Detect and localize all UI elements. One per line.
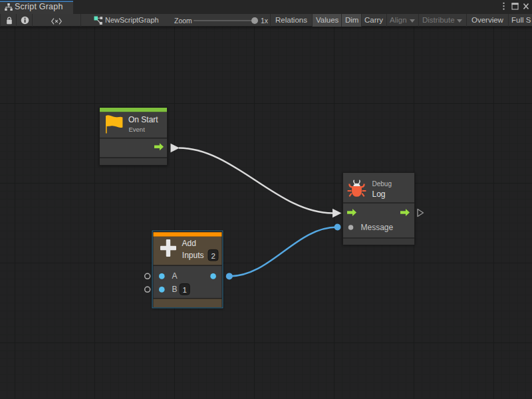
svg-text:1: 1 <box>183 286 187 294</box>
svg-text:Event: Event <box>129 126 146 133</box>
svg-text:Add: Add <box>182 239 196 248</box>
svg-text:Message: Message <box>361 223 394 232</box>
svg-text:Inputs: Inputs <box>182 251 204 260</box>
svg-text:Debug: Debug <box>372 180 392 188</box>
svg-text:B: B <box>172 285 178 294</box>
svg-text:A: A <box>172 271 178 281</box>
svg-text:Log: Log <box>372 190 386 199</box>
svg-text:On Start: On Start <box>128 115 158 124</box>
svg-text:2: 2 <box>211 252 215 260</box>
